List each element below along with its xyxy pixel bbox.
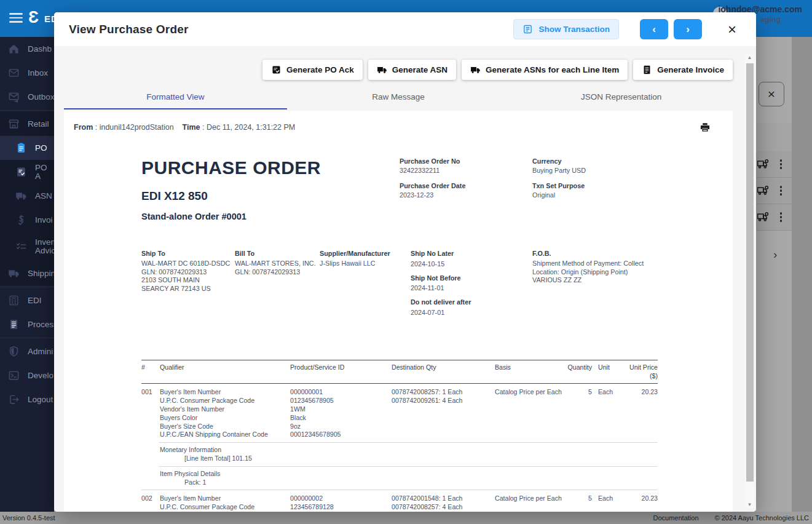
truck-icon: [470, 65, 481, 75]
sidebar-item-retail[interactable]: Retail: [0, 112, 54, 136]
party-line: GLN: 0078742029313: [235, 268, 320, 277]
sidebar-item-shippin[interactable]: Shippin: [0, 261, 54, 285]
qualifier-value: 9oz: [290, 423, 392, 431]
party-line: GLN: 0078742029313: [141, 268, 235, 277]
generate-button-generate-invoice[interactable]: Generate Invoice: [633, 60, 733, 80]
order-info-col2: CurrencyBuying Party USDTxn Set PurposeO…: [532, 157, 658, 221]
sidebar-item-label: Invoi: [35, 216, 54, 224]
party-bill-to: Bill ToWAL-MART STORES, INC.GLN: 0078742…: [235, 250, 320, 323]
destination-qty: 0078742009261: 4 Each: [392, 397, 495, 405]
sidebar-item-label: Inven Advic: [35, 238, 54, 255]
sidebar-item-label: Outbox: [28, 93, 54, 101]
scrollbar-thumb[interactable]: [746, 63, 754, 482]
sidebar-divider: [0, 338, 54, 338]
monetary-information-block: Monetary Information[Line Item Total] 10…: [141, 443, 658, 466]
modal-scrollbar[interactable]: ▲ ▼: [745, 54, 754, 508]
sidebar-item-admini[interactable]: Admini: [0, 339, 54, 363]
table-header-cell: Product/Service ID: [290, 363, 392, 381]
next-record-button[interactable]: ›: [674, 19, 702, 39]
show-transaction-button[interactable]: Show Transaction: [513, 19, 619, 39]
party-line: J-Slips Hawaii LLC: [320, 260, 411, 268]
generate-button-generate-po-ack[interactable]: Generate PO Ack: [262, 60, 363, 80]
line-item-row: 001Buyer's Item NumberU.P.C. Consumer Pa…: [141, 384, 658, 442]
edi-icon: [8, 295, 20, 306]
sidebar-item-label: Inbox: [28, 69, 54, 77]
process-icon: [8, 319, 20, 330]
order-info-label: Purchase Order No: [400, 157, 532, 165]
item-physical-details-value: Pack: 1: [184, 478, 658, 487]
generate-actions-row: Generate PO AckGenerate ASNGenerate ASNs…: [54, 60, 733, 80]
qualifier-value: 1WM: [290, 405, 392, 414]
qualifier-value: 00012345678905: [290, 431, 392, 439]
item-physical-details-label: Item Physical Details: [160, 470, 658, 478]
table-body: 001Buyer's Item NumberU.P.C. Consumer Pa…: [141, 384, 658, 512]
sidebar-divider: [0, 110, 54, 111]
sidebar-item-inbox[interactable]: Inbox: [0, 61, 54, 85]
party-label: Ship To: [141, 250, 235, 258]
developer-icon: [8, 370, 20, 381]
sidebar-item-label: EDI: [28, 296, 54, 305]
fob-line: Shipment Method of Payment: Collect: [532, 260, 658, 268]
print-icon[interactable]: [700, 122, 711, 133]
sidebar-item-outbox[interactable]: Outbox: [0, 85, 54, 109]
generate-button-generate-asns-for-each-line-item[interactable]: Generate ASNs for each Line Item: [462, 60, 628, 80]
line-item-number: 001: [141, 388, 160, 439]
sidebar-item-label: Admini: [28, 347, 54, 356]
order-info-value: 2024-10-15: [411, 260, 532, 269]
scroll-up-icon[interactable]: ▲: [745, 55, 754, 60]
modal-title: View Purchase Order: [69, 23, 513, 36]
qualifier-name: U.P.C./EAN Shipping Container Code: [160, 431, 290, 439]
destination-qty: 0078742008257: 4 Each: [392, 503, 495, 512]
unit-value: Each: [592, 388, 624, 439]
sidebar: DashbInboxOutboxRetailPOPO AASNInvoiInve…: [0, 37, 54, 512]
order-info-label: Do not deliver after: [411, 298, 532, 307]
destination-qty: 0078742008257: 1 Each: [392, 388, 495, 397]
sidebar-item-label: Logout: [28, 395, 54, 404]
tab-raw-message[interactable]: Raw Message: [287, 86, 510, 109]
party-line: SEARCY AR 72143 US: [141, 285, 235, 293]
order-info-field: Ship Not Before2024-11-01: [411, 274, 532, 293]
table-header-cell: Qualifier: [160, 363, 290, 381]
party-line: WAL-MART DC 6018D-DSDC: [141, 260, 235, 268]
sidebar-item-dashb[interactable]: Dashb: [0, 37, 54, 61]
sidebar-item-po-a[interactable]: PO A: [0, 160, 54, 184]
sidebar-item-develo[interactable]: Develo: [0, 363, 54, 387]
quantity-value: 5: [562, 388, 592, 439]
order-info-label: Currency: [532, 157, 658, 165]
table-header-cell: Unit: [592, 363, 624, 381]
time-label: Time: [183, 123, 200, 132]
order-info-field: Purchase Order No32422332211: [400, 157, 532, 174]
time-value: Dec 11, 2024, 1:31:22 PM: [207, 123, 295, 132]
sidebar-item-logout[interactable]: Logout: [0, 387, 54, 411]
sidebar-item-label: Process: [28, 320, 54, 329]
sidebar-item-inven-advic[interactable]: Inven Advic: [0, 232, 54, 261]
sidebar-item-process[interactable]: Process: [0, 312, 54, 336]
close-icon[interactable]: ×: [728, 23, 736, 36]
previous-record-button[interactable]: ‹: [640, 19, 668, 39]
qualifier-value: 000000001: [290, 388, 392, 397]
app-logo-icon[interactable]: Ɛ: [28, 8, 39, 27]
table-header-cell: Unit Price ($): [624, 363, 658, 381]
tab-json-representation[interactable]: JSON Representation: [510, 86, 733, 109]
generate-button-generate-asn[interactable]: Generate ASN: [368, 60, 456, 80]
po-ack-doc-icon: [271, 65, 282, 75]
generate-button-label: Generate PO Ack: [286, 65, 354, 74]
hamburger-menu-icon[interactable]: [9, 13, 23, 25]
from-label: From: [74, 123, 93, 132]
qualifier-value: 123456789128: [290, 503, 392, 512]
order-info-value: 2024-11-01: [411, 284, 532, 293]
sidebar-nav: DashbInboxOutboxRetailPOPO AASNInvoiInve…: [0, 37, 54, 411]
sidebar-item-po[interactable]: PO: [0, 136, 54, 160]
party-line: 2103 SOUTH MAIN: [141, 276, 235, 285]
fob-label: F.O.B.: [532, 250, 658, 258]
qualifier-value: 012345678905: [290, 397, 392, 405]
sidebar-divider: [0, 287, 54, 287]
sidebar-item-label: Develo: [28, 371, 54, 380]
sidebar-item-label: ASN: [35, 192, 54, 200]
sidebar-item-invoi[interactable]: Invoi: [0, 208, 54, 232]
tab-formatted-view[interactable]: Formatted View: [64, 86, 287, 109]
sidebar-item-asn[interactable]: ASN: [0, 184, 54, 208]
scroll-down-icon[interactable]: ▼: [745, 502, 754, 507]
sidebar-item-edi[interactable]: EDI: [0, 288, 54, 312]
table-header-row: #QualifierProduct/Service IDDestination …: [141, 360, 658, 384]
